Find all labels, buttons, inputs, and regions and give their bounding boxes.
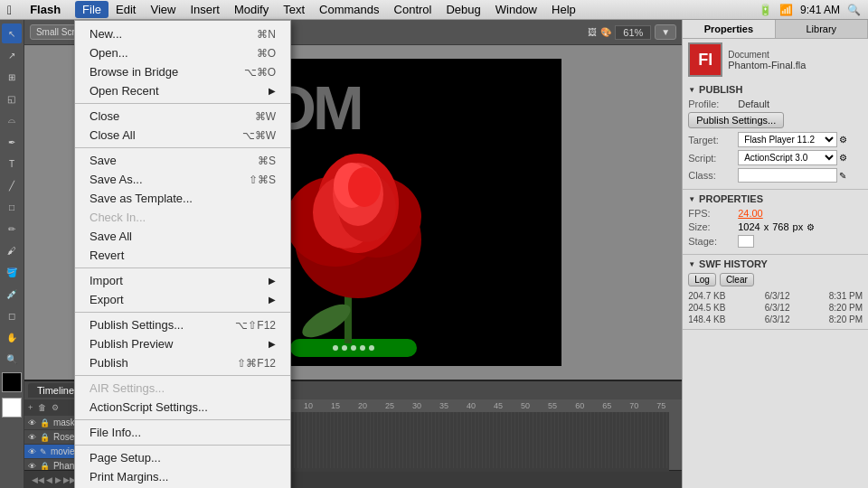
lasso-tool[interactable]: ⌓: [2, 110, 22, 130]
history-row-2: 204.5 KB 6/3/12 8:20 PM: [688, 302, 863, 314]
subselect-tool[interactable]: ↗: [2, 45, 22, 65]
publish-triangle: ▼: [688, 86, 695, 94]
tab-library[interactable]: Library: [776, 20, 868, 38]
target-settings-icon[interactable]: ⚙: [839, 135, 847, 145]
insert-menu-item[interactable]: Insert: [183, 1, 227, 18]
eraser-tool[interactable]: ◻: [2, 305, 22, 325]
eyedropper-tool[interactable]: 💉: [2, 284, 22, 304]
timeline-frames: 1 5 10 15 20 25 30 35 40 45 50 55 60 65: [255, 399, 669, 472]
menu-close[interactable]: Close ⌘W: [75, 107, 290, 126]
menu-save-template[interactable]: Save as Template...: [75, 189, 290, 208]
view-menu-item[interactable]: View: [143, 1, 183, 18]
layer-eye-mask: 👁: [28, 418, 36, 427]
menu-save-all[interactable]: Save All: [75, 227, 290, 246]
text-tool[interactable]: T: [2, 154, 22, 174]
swf-history-section: ▼ SWF HISTORY Log Clear 204.7 KB 6/3/12 …: [683, 255, 868, 330]
right-panel: Properties Library Fl Document Phantom-F…: [682, 20, 868, 488]
mac-menu-bar:  Flash File Edit View Insert Modify Tex…: [0, 0, 868, 20]
layer-eye-rose: 👁: [28, 433, 36, 442]
modify-menu-item[interactable]: Modify: [227, 1, 276, 18]
menu-import[interactable]: Import ▶: [75, 271, 290, 290]
script-settings-icon[interactable]: ⚙: [839, 153, 847, 163]
zoom-input[interactable]: 61%: [615, 25, 651, 40]
edit-menu-item[interactable]: Edit: [108, 1, 143, 18]
control-menu-item[interactable]: Control: [387, 1, 439, 18]
menu-export[interactable]: Export ▶: [75, 290, 290, 309]
menu-file-info[interactable]: File Info...: [75, 423, 290, 442]
properties-section: ▼ PROPERTIES FPS: 24.00 Size: 1024 x 768…: [683, 190, 868, 255]
menu-open[interactable]: Open... ⌘O: [75, 43, 290, 62]
doc-icon: Fl: [688, 42, 722, 77]
rect-tool[interactable]: □: [2, 197, 22, 217]
battery-icon: 🔋: [759, 4, 772, 16]
zoom-tool[interactable]: 🔍: [2, 349, 22, 369]
file-menu-item[interactable]: File: [75, 1, 108, 18]
layer-eye-phantom: 👁: [28, 462, 36, 471]
menu-publish[interactable]: Publish ⇧⌘F12: [75, 353, 290, 372]
menu-revert[interactable]: Revert: [75, 246, 290, 265]
menu-check-in[interactable]: Check In...: [75, 208, 290, 227]
fill-color[interactable]: [2, 398, 22, 418]
menu-new[interactable]: New... ⌘N: [75, 24, 290, 43]
app-name-menu[interactable]: Flash: [23, 1, 68, 18]
script-row: Script: ActionScript 3.0 ⚙: [688, 150, 863, 165]
menu-browse-bridge[interactable]: Browse in Bridge ⌥⌘O: [75, 62, 290, 81]
tab-properties[interactable]: Properties: [683, 20, 775, 38]
size-row: Size: 1024 x 768 px ⚙: [688, 221, 863, 232]
debug-menu-item[interactable]: Debug: [439, 1, 487, 18]
select-tool[interactable]: ↖: [2, 23, 22, 43]
gradient-tool[interactable]: ◱: [2, 89, 22, 108]
text-menu-item[interactable]: Text: [276, 1, 312, 18]
menu-page-setup[interactable]: Page Setup...: [75, 448, 290, 467]
line-tool[interactable]: ╱: [2, 175, 22, 195]
hand-tool[interactable]: ✋: [2, 327, 22, 347]
fps-value[interactable]: 24.00: [738, 208, 763, 219]
pen-tool[interactable]: ✒: [2, 132, 22, 152]
layer-settings-icon[interactable]: ⚙: [52, 403, 59, 412]
apple-icon[interactable]: : [7, 3, 12, 17]
frames-grid[interactable]: [255, 412, 669, 468]
menu-actionscript-settings[interactable]: ActionScript Settings...: [75, 398, 290, 417]
log-btn[interactable]: Log: [688, 273, 716, 286]
view-icon: 🎨: [600, 27, 611, 37]
class-input[interactable]: [738, 168, 837, 183]
stage-row: Stage:: [688, 235, 863, 248]
clock: 9:41 AM: [800, 4, 840, 16]
help-menu-item[interactable]: Help: [544, 1, 583, 18]
pencil-tool[interactable]: ✏: [2, 219, 22, 239]
brush-tool[interactable]: 🖌: [2, 240, 22, 260]
mac-right-icons: 🔋 📶 9:41 AM 🔍: [759, 4, 861, 16]
timeline-scrollbar[interactable]: [669, 399, 682, 472]
menu-print-margins[interactable]: Print Margins...: [75, 467, 290, 486]
publish-settings-btn[interactable]: Publish Settings...: [688, 112, 784, 128]
stroke-color[interactable]: [2, 372, 22, 392]
script-select[interactable]: ActionScript 3.0: [738, 150, 837, 165]
commands-menu-item[interactable]: Commands: [312, 1, 386, 18]
clear-btn[interactable]: Clear: [720, 273, 754, 286]
window-menu-item[interactable]: Window: [488, 1, 544, 18]
menu-save-as[interactable]: Save As... ⇧⌘S: [75, 170, 290, 189]
add-layer-icon[interactable]: +: [28, 403, 33, 412]
menu-save[interactable]: Save ⌘S: [75, 151, 290, 170]
layer-lock-mask: 🔒: [40, 418, 50, 427]
menu-open-recent[interactable]: Open Recent ▶: [75, 81, 290, 100]
free-transform-tool[interactable]: ⊞: [2, 67, 22, 87]
layer-lock-rose: 🔒: [40, 433, 50, 442]
zoom-label: 🖼: [588, 27, 597, 37]
menu-close-all[interactable]: Close All ⌥⌘W: [75, 126, 290, 145]
history-buttons: Log Clear: [688, 273, 863, 286]
size-edit-icon[interactable]: ⚙: [807, 222, 815, 232]
sep7: [75, 445, 290, 446]
profile-row: Profile: Default: [688, 99, 863, 109]
search-icon[interactable]: 🔍: [847, 4, 861, 16]
menu-publish-preview[interactable]: Publish Preview ▶: [75, 334, 290, 353]
class-edit-icon[interactable]: ✎: [839, 171, 846, 181]
menu-publish-settings[interactable]: Publish Settings... ⌥⇧F12: [75, 315, 290, 334]
target-select[interactable]: Flash Player 11.2: [738, 132, 837, 147]
delete-layer-icon[interactable]: 🗑: [38, 403, 46, 412]
stage-color[interactable]: [738, 235, 754, 248]
paint-bucket-tool[interactable]: 🪣: [2, 262, 22, 282]
history-row-1: 204.7 KB 6/3/12 8:31 PM: [688, 290, 863, 302]
menu-air-settings[interactable]: AIR Settings...: [75, 379, 290, 398]
zoom-down-btn[interactable]: ▼: [655, 24, 676, 40]
